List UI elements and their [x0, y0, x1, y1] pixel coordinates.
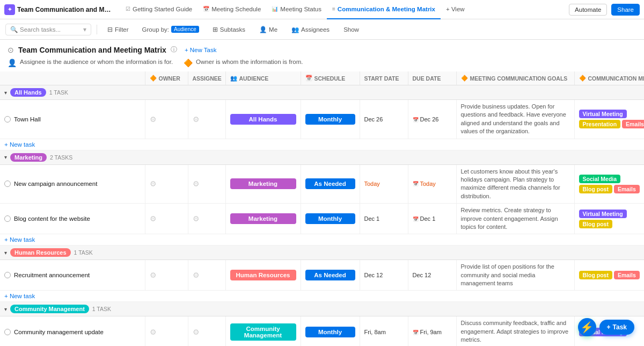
task-checkbox[interactable]	[4, 272, 11, 278]
filter-icon: ⊟	[107, 26, 113, 33]
due-date: 📅 Dec 26	[413, 116, 439, 122]
task-checkbox[interactable]	[4, 116, 11, 122]
task-checkbox[interactable]	[4, 181, 11, 187]
commethod-label: COMMUNICATION METHOD	[588, 75, 645, 82]
group-count: 1 TASK	[92, 306, 111, 312]
automate-button[interactable]: Automate	[569, 4, 607, 16]
subtasks-icon: ⊞	[213, 26, 218, 33]
owner-settings[interactable]: ⚙	[150, 271, 157, 279]
assignee-settings[interactable]: ⚙	[193, 214, 200, 223]
group-row-community-management: ▾ Community Management 1 TASK ⚙	[0, 302, 644, 316]
window-title: Team Communication and Meeting Ma...	[17, 6, 114, 13]
add-view-button[interactable]: + View	[441, 0, 470, 19]
tab-communication-&-meeting-matrix[interactable]: ≡Communication & Meeting Matrix	[327, 0, 441, 19]
tab-getting-started-guide[interactable]: ☑Getting Started Guide	[120, 0, 197, 19]
group-expand-icon[interactable]: ▾	[4, 154, 7, 160]
top-bar-right: Automate Share	[569, 4, 640, 16]
group-by-button[interactable]: Group by: Audience	[138, 24, 203, 34]
owner-settings[interactable]: ⚙	[150, 328, 157, 336]
method-badge: Presentation	[579, 120, 621, 128]
method-cell: Virtual MeetingPresentationEmails	[579, 110, 645, 128]
assignee-label: ASSIGNEE	[193, 75, 222, 82]
commethod-icon: 🔶	[579, 75, 586, 82]
group-count: 1 TASK	[74, 249, 93, 256]
col-header-owner: 🔶OWNER	[145, 71, 188, 85]
share-button[interactable]: Share	[611, 4, 640, 16]
project-header: ⊙ Team Communication and Meeting Matrix …	[0, 40, 644, 56]
goals-label: MEETING COMMUNICATION GOALS	[470, 75, 568, 82]
method-badge: Emails	[614, 185, 640, 193]
assignees-button[interactable]: 👥 Assignees	[287, 24, 334, 35]
col-header-task	[0, 71, 145, 85]
start-date: Dec 26	[364, 116, 383, 122]
group-badge: Community Management	[10, 305, 89, 313]
group-header: ▾ Marketing 2 TASKS ⚙	[4, 153, 644, 162]
due-date: 📅 Dec 1	[413, 215, 436, 222]
legend-icon: 👤	[8, 59, 17, 67]
task-name-cell: Town Hall	[4, 116, 141, 122]
method-badge: Blog post	[579, 271, 612, 279]
group-header: ▾ All Hands 1 TASK ⚙	[4, 88, 644, 97]
search-icon: 🔍	[10, 26, 18, 33]
search-box[interactable]: 🔍 Search tasks... ▾	[5, 24, 91, 35]
schedule-pill: Monthly	[305, 213, 355, 224]
assignee-settings[interactable]: ⚙	[193, 271, 200, 279]
col-header-assignee: ASSIGNEE	[188, 71, 225, 85]
due-date: 📅 Today	[413, 181, 452, 187]
owner-label: OWNER	[159, 75, 180, 82]
group-expand-icon[interactable]: ▾	[4, 306, 7, 312]
assignees-icon: 👥	[291, 26, 299, 33]
table-row: Town Hall ⚙⚙All HandsMonthlyDec 26📅 Dec …	[0, 100, 644, 139]
method-badge: Social Media	[579, 175, 621, 183]
subtasks-label: Subtasks	[220, 26, 245, 33]
legend-text: Assignee is the audience or whom the inf…	[20, 59, 173, 65]
due-date: 📅 Fri, 9am	[413, 329, 442, 335]
new-task-row[interactable]: + New task	[0, 234, 644, 246]
owner-settings[interactable]: ⚙	[150, 214, 157, 223]
group-count: 2 TASKS	[50, 154, 72, 161]
info-icon[interactable]: ⓘ	[171, 45, 177, 54]
group-expand-icon[interactable]: ▾	[4, 250, 7, 256]
fab-circle-button[interactable]: ⚡	[578, 318, 596, 336]
tab-icon: ☑	[126, 6, 130, 12]
filter-button[interactable]: ⊟ Filter	[103, 24, 134, 35]
start-date: Today	[364, 181, 404, 187]
goals-cell: Let customers know about this year's hol…	[461, 168, 560, 199]
task-text: New campaign announcement	[14, 181, 97, 187]
table-row: Community management update ⚙⚙Community …	[0, 316, 644, 346]
owner-settings[interactable]: ⚙	[150, 115, 157, 124]
audience-pill: Community Management	[230, 323, 296, 341]
assignee-settings[interactable]: ⚙	[193, 115, 200, 124]
legend-icon: 🔶	[184, 59, 193, 67]
group-expand-icon[interactable]: ▾	[4, 90, 7, 96]
date-icon: 📅	[413, 181, 419, 186]
new-task-button[interactable]: + New Task	[181, 46, 220, 54]
duedate-label: DUE DATE	[413, 75, 441, 82]
new-task-row[interactable]: + New task	[0, 291, 644, 302]
task-checkbox[interactable]	[4, 215, 11, 222]
schedule-pill: Monthly	[305, 114, 355, 125]
search-dropdown-icon: ▾	[83, 26, 86, 33]
task-text: Recruitment announcement	[14, 272, 90, 278]
tab-meeting-status[interactable]: 📊Meeting Status	[266, 0, 327, 19]
due-date: Dec 12	[413, 272, 431, 278]
task-name-cell: New campaign announcement	[4, 181, 141, 187]
schedule-label: SCHEDULE	[314, 75, 346, 82]
subtasks-button[interactable]: ⊞ Subtasks	[208, 24, 250, 35]
method-badge: Blog post	[579, 220, 612, 228]
owner-settings[interactable]: ⚙	[150, 179, 157, 188]
audience-label: AUDIENCE	[239, 75, 269, 82]
assignee-settings[interactable]: ⚙	[193, 179, 200, 188]
show-button[interactable]: Show	[339, 24, 364, 35]
group-count: 1 TASK	[49, 89, 68, 96]
me-label: Me	[269, 26, 277, 33]
me-button[interactable]: 👤 Me	[254, 24, 282, 35]
assignee-settings[interactable]: ⚙	[193, 328, 200, 336]
group-row-human-resources: ▾ Human Resources 1 TASK ⚙	[0, 246, 644, 260]
new-task-row[interactable]: + New task	[0, 139, 644, 150]
group-badge: Human Resources	[10, 248, 71, 257]
start-date: Dec 12	[364, 272, 383, 278]
tab-meeting-schedule[interactable]: 📅Meeting Schedule	[197, 0, 266, 19]
fab-task-button[interactable]: + Task	[599, 320, 634, 335]
task-checkbox[interactable]	[4, 329, 11, 335]
